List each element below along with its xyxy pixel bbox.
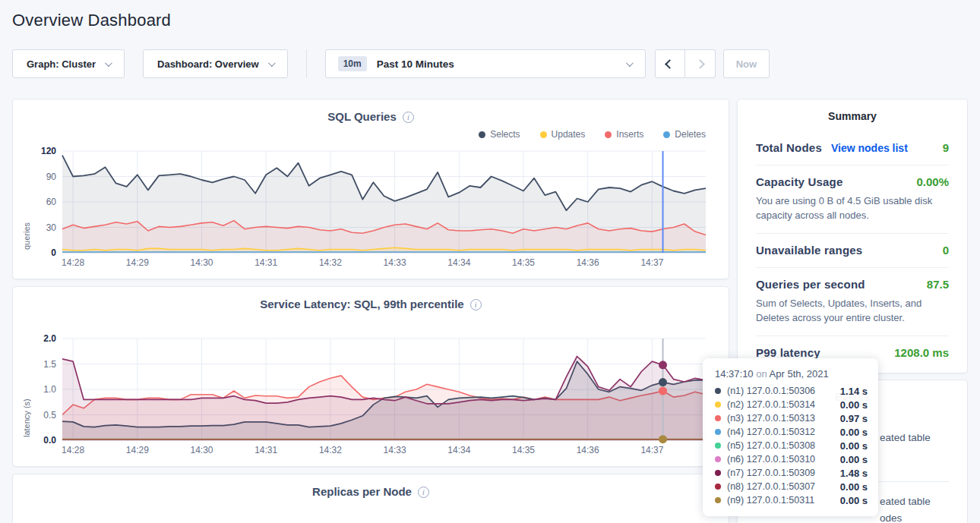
dashboard-dropdown-label: Dashboard: Overview <box>157 58 259 70</box>
summary-value: 9 <box>943 141 949 154</box>
node-latency-value: 0.00 s <box>840 440 868 452</box>
now-button[interactable]: Now <box>723 49 770 78</box>
info-icon[interactable]: i <box>418 487 429 498</box>
node-color-dot <box>715 484 721 490</box>
event-item[interactable]: eated table <box>880 432 949 443</box>
node-color-dot <box>715 443 721 449</box>
service-latency-chart-card: Service Latency: SQL, 99th percentilei 1… <box>12 286 729 467</box>
svg-text:30: 30 <box>46 222 57 233</box>
time-arrow-group <box>655 49 716 78</box>
svg-text:14:34: 14:34 <box>447 257 470 268</box>
chart-title-service-latency: Service Latency: SQL, 99th percentile <box>260 298 463 310</box>
event-item[interactable]: eated table odes <box>880 493 949 523</box>
time-next-button[interactable] <box>685 49 716 78</box>
time-range-label: Past 10 Minutes <box>377 58 454 70</box>
service-latency-plot[interactable]: 14:2814:2914:3014:3114:3214:3314:3414:35… <box>25 332 716 462</box>
tooltip-node-row: (n3) 127.0.0.1:503130.97 s <box>715 411 868 425</box>
svg-text:14:36: 14:36 <box>577 445 599 455</box>
tooltip-node-row: (n1) 127.0.0.1:503061.14 s <box>715 384 868 398</box>
node-latency-value: 1.14 s <box>840 386 868 397</box>
summary-row-capacity-usage: Capacity Usage 0.00% You are using 0 B o… <box>756 165 949 234</box>
legend-dot <box>605 131 612 138</box>
node-latency-value: 0.00 s <box>840 495 868 506</box>
node-color-dot <box>715 470 721 476</box>
svg-text:14:32: 14:32 <box>319 445 342 455</box>
svg-text:14:31: 14:31 <box>254 257 277 268</box>
summary-description: You are using 0 B of 4.5 GiB usable disk… <box>756 194 949 222</box>
node-latency-value: 0.00 s <box>840 454 868 465</box>
svg-text:14:29: 14:29 <box>126 445 149 455</box>
chevron-down-icon <box>626 59 634 67</box>
node-address: (n5) 127.0.0.1:50308 <box>727 440 815 451</box>
svg-text:14:28: 14:28 <box>62 445 84 455</box>
sql-queries-plot[interactable]: 14:2814:2914:3014:3114:3214:3314:3414:35… <box>25 145 716 274</box>
legend-dot <box>479 131 485 138</box>
y-axis-unit-label: latency (s) <box>22 354 31 437</box>
node-address: (n7) 127.0.0.1:50309 <box>727 468 815 478</box>
chart-hover-tooltip: 14:37:10 on Apr 5th, 2021 (n1) 127.0.0.1… <box>703 358 878 516</box>
svg-text:1.0: 1.0 <box>43 384 56 395</box>
page-title: Overview Dashboard <box>12 11 968 30</box>
svg-text:14:29: 14:29 <box>126 257 149 268</box>
svg-text:120: 120 <box>41 146 56 156</box>
toolbar-divider <box>306 49 307 78</box>
time-range-picker[interactable]: 10m Past 10 Minutes <box>325 49 646 78</box>
summary-row-queries-per-second: Queries per second 87.5 Sum of Selects, … <box>756 268 949 336</box>
time-range-badge: 10m <box>338 56 367 71</box>
sql-queries-chart-card: SQL Queriesi Selects Updates Inserts Del… <box>12 99 729 279</box>
summary-value: 0 <box>943 244 949 257</box>
charts-column: SQL Queriesi Selects Updates Inserts Del… <box>12 99 729 523</box>
summary-label: Capacity Usage <box>756 175 843 188</box>
sql-queries-chart-svg: 14:2814:2914:3014:3114:3214:3314:3414:35… <box>25 145 718 273</box>
tooltip-node-row: (n9) 127.0.0.1:503110.00 s <box>715 493 868 507</box>
legend-item-inserts: Inserts <box>605 129 643 140</box>
service-latency-chart-svg: 14:2814:2914:3014:3114:3214:3314:3414:35… <box>25 332 718 460</box>
legend-dot <box>663 131 670 138</box>
chevron-right-icon <box>695 59 705 69</box>
svg-text:14:35: 14:35 <box>512 445 535 455</box>
sql-queries-legend: Selects Updates Inserts Deletes <box>25 128 706 140</box>
summary-value: 1208.0 ms <box>894 346 949 359</box>
svg-text:14:28: 14:28 <box>62 257 84 268</box>
node-latency-value: 0.00 s <box>840 427 868 438</box>
summary-label: P99 latency <box>756 346 820 359</box>
svg-text:0: 0 <box>51 247 56 258</box>
graph-dropdown[interactable]: Graph: Cluster <box>12 49 125 78</box>
node-address: (n9) 127.0.0.1:50311 <box>727 495 814 506</box>
dashboard-controls: Graph: Cluster Dashboard: Overview 10m P… <box>12 49 968 78</box>
svg-text:14:31: 14:31 <box>254 445 277 455</box>
summary-label: Queries per second <box>756 278 865 291</box>
node-latency-value: 1.48 s <box>840 468 868 479</box>
node-address: (n1) 127.0.0.1:50306 <box>727 386 815 396</box>
info-icon[interactable]: i <box>403 112 414 123</box>
tooltip-node-row: (n8) 127.0.0.1:503070.00 s <box>715 480 868 493</box>
chart-title-replicas-per-node: Replicas per Node <box>312 485 412 498</box>
tooltip-node-row: (n2) 127.0.0.1:503140.00 s <box>715 398 868 411</box>
svg-text:14:37: 14:37 <box>640 257 663 268</box>
node-color-dot <box>715 402 721 408</box>
summary-value: 0.00% <box>916 175 949 188</box>
svg-text:1.5: 1.5 <box>43 359 56 370</box>
svg-text:0.5: 0.5 <box>43 410 56 421</box>
node-color-dot <box>715 456 721 462</box>
svg-text:14:34: 14:34 <box>447 445 470 455</box>
node-address: (n2) 127.0.0.1:50314 <box>727 399 815 410</box>
svg-text:14:30: 14:30 <box>191 445 213 455</box>
svg-text:14:35: 14:35 <box>512 257 535 268</box>
info-icon[interactable]: i <box>470 299 482 310</box>
legend-item-selects: Selects <box>479 129 520 140</box>
svg-text:60: 60 <box>46 197 57 207</box>
summary-row-total-nodes: Total Nodes View nodes list 9 <box>756 131 949 165</box>
node-color-dot <box>715 497 721 503</box>
view-nodes-list-link[interactable]: View nodes list <box>831 142 908 154</box>
svg-text:14:32: 14:32 <box>319 257 342 268</box>
svg-text:14:30: 14:30 <box>191 257 213 268</box>
tooltip-node-rows: (n1) 127.0.0.1:503061.14 s(n2) 127.0.0.1… <box>715 384 868 507</box>
graph-dropdown-label: Graph: Cluster <box>27 58 96 70</box>
node-address: (n4) 127.0.0.1:50312 <box>727 427 815 437</box>
legend-item-updates: Updates <box>540 129 586 140</box>
node-address: (n3) 127.0.0.1:50313 <box>727 413 815 424</box>
svg-text:14:33: 14:33 <box>384 257 406 268</box>
dashboard-dropdown[interactable]: Dashboard: Overview <box>143 49 288 78</box>
time-prev-button[interactable] <box>655 49 685 78</box>
